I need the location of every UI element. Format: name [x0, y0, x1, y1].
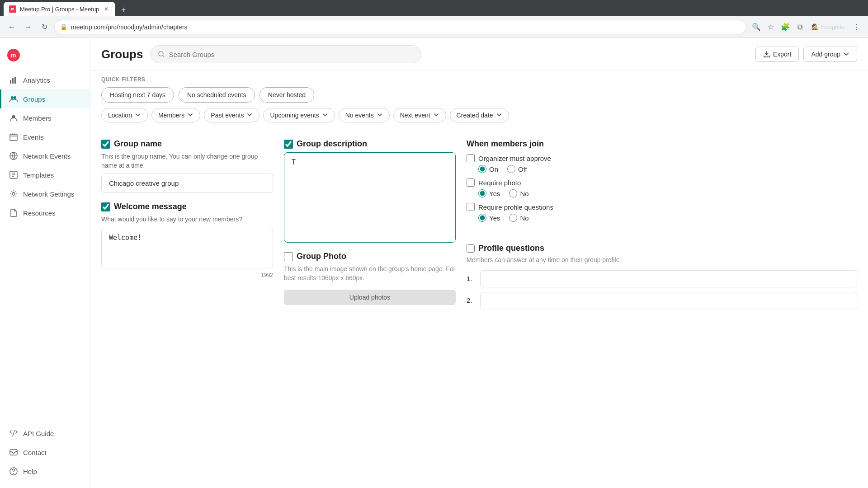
profile-question-1-input[interactable] [480, 270, 857, 287]
require-profile-questions-yes[interactable]: Yes [478, 214, 500, 222]
search-icon[interactable]: 🔍 [750, 21, 763, 33]
quick-filter-no-scheduled[interactable]: No scheduled events [179, 87, 255, 103]
reload-btn[interactable]: ↻ [38, 21, 51, 33]
profile-questions-checkbox[interactable] [467, 244, 475, 253]
group-name-title: Group name [114, 139, 162, 149]
organizer-approve-on[interactable]: On [478, 165, 498, 173]
search-bar[interactable] [150, 45, 421, 63]
organizer-approve-label: Organizer must approve [467, 154, 857, 162]
new-tab-btn[interactable]: + [117, 4, 130, 16]
upload-photos-button[interactable]: Upload photos [284, 290, 456, 305]
organizer-approve-off[interactable]: Off [507, 165, 527, 173]
filter-location-label: Location [108, 112, 132, 119]
filter-created-date[interactable]: Created date [450, 108, 509, 122]
app: m Analytics Groups Members Events [0, 38, 868, 488]
sidebar-item-members[interactable]: Members [0, 108, 90, 127]
filter-members[interactable]: Members [151, 108, 200, 122]
search-input[interactable] [169, 51, 414, 58]
form-area: Group name This is the group name. You c… [90, 128, 868, 488]
svg-rect-9 [12, 133, 13, 135]
group-description-title: Group description [297, 139, 367, 149]
require-profile-questions-checkbox[interactable] [467, 203, 475, 211]
members-icon [9, 113, 19, 123]
sidebar-item-network-events-label: Network Events [23, 152, 71, 160]
group-name-input[interactable] [101, 174, 273, 193]
organizer-approve-radio-group: On Off [467, 165, 857, 173]
quick-filters-label: QUICK FILTERS [101, 76, 857, 83]
sidebar-item-api-guide[interactable]: API Guide [0, 424, 90, 443]
forward-btn[interactable]: → [22, 21, 34, 33]
back-btn[interactable]: ← [5, 21, 18, 33]
welcome-message-header: Welcome message [101, 202, 273, 211]
sidebar-item-network-events[interactable]: Network Events [0, 146, 90, 165]
group-photo-checkbox[interactable] [284, 252, 293, 261]
profile-questions-section: Profile questions Members can answer at … [467, 244, 857, 314]
menu-icon[interactable]: ⋮ [850, 21, 863, 33]
profile-question-2-input[interactable] [480, 292, 857, 309]
profile-questions-title: Profile questions [467, 244, 857, 253]
group-photo-header: Group Photo [284, 252, 456, 261]
filter-no-events[interactable]: No events [339, 108, 390, 122]
sidebar-logo: m [0, 45, 90, 70]
sidebar-item-network-settings-label: Network Settings [23, 190, 74, 198]
export-button[interactable]: Export [755, 47, 799, 62]
sidebar-item-api-guide-label: API Guide [23, 430, 54, 437]
sidebar-item-analytics[interactable]: Analytics [0, 70, 90, 89]
active-tab[interactable]: m Meetup Pro | Groups - Meetup ✕ [4, 2, 115, 16]
sidebar-item-resources[interactable]: Resources [0, 203, 90, 222]
group-name-checkbox[interactable] [101, 140, 110, 149]
welcome-message-textarea[interactable]: Welcome! [101, 228, 273, 268]
split-view-icon[interactable]: ⧉ [793, 21, 806, 33]
sidebar-item-help[interactable]: Help [0, 462, 90, 481]
sidebar-item-events[interactable]: Events [0, 127, 90, 146]
groups-icon [9, 94, 19, 104]
no-label: No [520, 190, 528, 197]
require-profile-questions-no[interactable]: No [509, 214, 528, 222]
group-name-header: Group name [101, 139, 273, 149]
main-header: Groups Export Add group [90, 38, 868, 71]
filter-next-event[interactable]: Next event [393, 108, 446, 122]
extensions-icon[interactable]: 🧩 [779, 21, 792, 33]
sidebar-item-events-label: Events [23, 133, 44, 141]
group-description-textarea[interactable]: T [284, 152, 456, 243]
url-bar[interactable]: 🔒 [54, 20, 746, 34]
question-num-1: 1. [467, 275, 476, 282]
svg-point-13 [12, 192, 15, 195]
require-photo-text: Require photo [478, 179, 521, 187]
svg-rect-10 [14, 133, 15, 135]
require-photo-yes[interactable]: Yes [478, 189, 500, 197]
require-photo-label: Require photo [467, 178, 857, 187]
profile-questions-desc: Members can answer at any time on their … [467, 256, 857, 265]
url-input[interactable] [71, 23, 741, 31]
no-label: No [520, 214, 528, 222]
sidebar-item-templates[interactable]: Templates [0, 165, 90, 184]
welcome-message-checkbox[interactable] [101, 202, 110, 211]
group-description-checkbox[interactable] [284, 140, 293, 149]
bookmark-icon[interactable]: ☆ [764, 21, 777, 33]
filter-location[interactable]: Location [101, 108, 148, 122]
off-label: Off [518, 165, 527, 173]
sidebar-item-groups[interactable]: Groups [0, 89, 90, 108]
add-group-button[interactable]: Add group [803, 47, 857, 62]
tab-close-btn[interactable]: ✕ [103, 5, 110, 13]
organizer-approve-checkbox[interactable] [467, 154, 475, 162]
quick-filter-never-hosted[interactable]: Never hosted [259, 87, 314, 103]
require-photo-checkbox[interactable] [467, 178, 475, 187]
add-group-label: Add group [811, 51, 840, 58]
quick-filter-hosting[interactable]: Hosting next 7 days [101, 87, 174, 103]
sidebar-item-contact[interactable]: Contact [0, 443, 90, 462]
page-title: Groups [101, 47, 143, 61]
sidebar-item-network-settings[interactable]: Network Settings [0, 184, 90, 203]
quick-filter-buttons: Hosting next 7 days No scheduled events … [101, 87, 857, 103]
svg-point-17 [159, 52, 163, 56]
sidebar-item-templates-label: Templates [23, 171, 54, 179]
network-events-icon [9, 151, 19, 161]
group-photo-desc: This is the main image shown on the grou… [284, 265, 456, 282]
group-description-section: Group description T [284, 139, 456, 243]
group-description-header: Group description [284, 139, 456, 149]
filter-past-events[interactable]: Past events [204, 108, 259, 122]
filter-upcoming-events[interactable]: Upcoming events [263, 108, 335, 122]
welcome-message-desc: What would you like to say to your new m… [101, 215, 273, 224]
require-photo-no[interactable]: No [509, 189, 528, 197]
export-label: Export [773, 51, 791, 58]
